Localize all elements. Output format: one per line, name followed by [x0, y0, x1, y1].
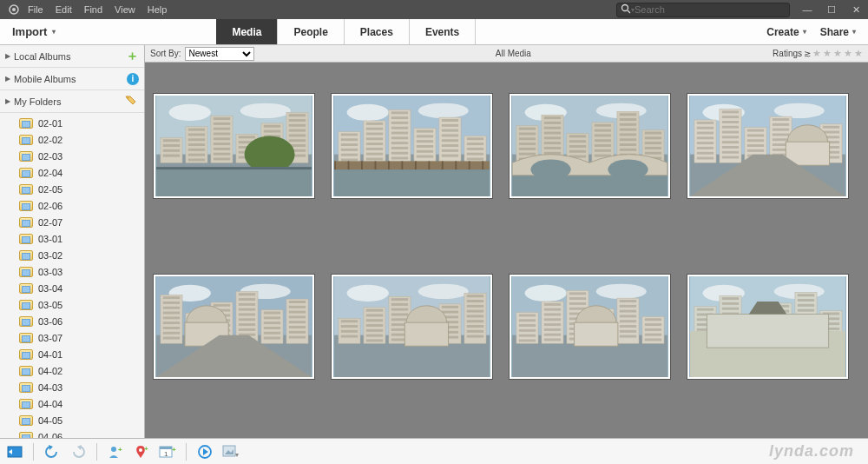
folder-item[interactable]: 04-06 — [0, 428, 144, 438]
window-close-button[interactable]: ✕ — [844, 1, 868, 18]
folder-item[interactable]: 03-01 — [0, 230, 144, 247]
folder-item[interactable]: 02-03 — [0, 148, 144, 164]
svg-rect-367 — [544, 303, 561, 306]
svg-rect-17 — [188, 138, 205, 141]
svg-rect-57 — [156, 167, 312, 196]
folder-item[interactable]: 03-05 — [0, 296, 144, 313]
folder-item[interactable]: 04-03 — [0, 379, 144, 395]
tab-events[interactable]: Events — [410, 19, 476, 44]
window-minimize-button[interactable]: — — [795, 1, 819, 18]
menu-help[interactable]: Help — [148, 4, 168, 15]
thumbnail[interactable] — [687, 275, 848, 379]
tab-places[interactable]: Places — [345, 19, 410, 44]
folder-icon — [19, 333, 33, 343]
svg-point-184 — [608, 159, 648, 179]
svg-rect-369 — [544, 314, 561, 316]
folder-item[interactable]: 03-07 — [0, 329, 144, 346]
svg-rect-348 — [467, 315, 483, 317]
add-person-icon[interactable]: + — [106, 442, 125, 461]
folder-label: 03-04 — [38, 283, 62, 294]
svg-rect-316 — [366, 329, 383, 332]
tab-people[interactable]: People — [278, 19, 344, 44]
folder-item[interactable]: 03-02 — [0, 247, 144, 263]
search-box[interactable]: ▾ — [616, 3, 790, 17]
undo-icon[interactable] — [43, 442, 62, 461]
add-place-icon[interactable]: + — [132, 442, 151, 461]
svg-rect-218 — [773, 123, 789, 126]
ratings-filter[interactable]: Ratings ≳ ★ ★ ★ ★ ★ — [773, 48, 863, 59]
thumbnail[interactable] — [687, 94, 848, 198]
import-button[interactable]: Import ▾ — [0, 19, 68, 44]
star-icon[interactable]: ★ — [833, 48, 842, 59]
photo-options-icon[interactable]: ▾ — [221, 442, 240, 461]
folder-icon — [19, 300, 33, 310]
svg-rect-397 — [620, 315, 636, 317]
star-icon[interactable]: ★ — [823, 48, 832, 59]
thumbnail[interactable] — [332, 275, 492, 379]
add-event-icon[interactable]: 1+ — [158, 442, 177, 461]
folder-item[interactable]: 03-03 — [0, 263, 144, 280]
svg-rect-295 — [289, 321, 306, 323]
svg-point-2 — [622, 5, 628, 11]
svg-rect-108 — [467, 143, 483, 145]
sortby-label: Sort By: — [150, 49, 181, 58]
thumbnail[interactable] — [510, 275, 670, 379]
menu-edit[interactable]: Edit — [56, 4, 72, 15]
svg-rect-83 — [391, 127, 408, 129]
tags-icon[interactable] — [125, 94, 139, 109]
star-icon[interactable]: ★ — [844, 48, 852, 59]
svg-rect-169 — [620, 138, 636, 141]
svg-point-473 — [139, 448, 142, 452]
svg-rect-318 — [366, 340, 383, 342]
panel-toggle-icon[interactable] — [5, 442, 24, 461]
sidebar-section-my-folders[interactable]: ▶My Folders — [0, 90, 144, 113]
star-icon[interactable]: ★ — [854, 48, 863, 59]
svg-rect-190 — [697, 122, 713, 124]
redo-icon[interactable] — [69, 442, 88, 461]
svg-rect-158 — [595, 134, 611, 136]
share-button[interactable]: Share ▾ — [820, 26, 856, 38]
svg-rect-66 — [341, 143, 358, 146]
thumbnail[interactable] — [510, 94, 670, 198]
plus-icon[interactable]: ＋ — [126, 48, 139, 64]
folder-item[interactable]: 02-06 — [0, 197, 144, 214]
window-maximize-button[interactable]: ☐ — [819, 1, 844, 18]
folder-item[interactable]: 02-04 — [0, 164, 144, 181]
sidebar-section-mobile-albums[interactable]: ▶Mobile Albums i — [0, 68, 144, 90]
svg-rect-86 — [391, 142, 408, 144]
thumbnail[interactable] — [154, 275, 314, 379]
thumbnail-grid-scroll[interactable] — [145, 63, 868, 438]
svg-rect-212 — [747, 139, 764, 142]
tab-media[interactable]: Media — [216, 19, 278, 44]
create-button[interactable]: Create ▾ — [766, 26, 806, 38]
folder-item[interactable]: 03-06 — [0, 313, 144, 329]
info-icon[interactable]: i — [127, 73, 139, 85]
folder-icon — [19, 201, 33, 211]
svg-rect-142 — [544, 127, 561, 129]
folder-item[interactable]: 02-01 — [0, 115, 144, 131]
sidebar-section-local-albums[interactable]: ▶Local Albums ＋ — [0, 45, 144, 68]
folder-item[interactable]: 02-02 — [0, 131, 144, 148]
thumbnail[interactable] — [332, 94, 492, 198]
folder-item[interactable]: 03-04 — [0, 280, 144, 296]
menu-find[interactable]: Find — [84, 4, 102, 15]
svg-rect-448 — [798, 299, 814, 302]
thumbnail[interactable] — [154, 94, 314, 198]
sortby-select[interactable]: Newest — [185, 47, 254, 61]
star-icon[interactable]: ★ — [812, 48, 821, 59]
folder-item[interactable]: 02-07 — [0, 214, 144, 230]
folder-item[interactable]: 04-05 — [0, 412, 144, 428]
folder-item[interactable]: 04-01 — [0, 346, 144, 362]
svg-rect-145 — [544, 142, 561, 144]
search-input[interactable] — [635, 4, 773, 15]
slideshow-icon[interactable] — [195, 442, 214, 461]
svg-rect-99 — [442, 124, 458, 127]
menu-view[interactable]: View — [115, 4, 135, 15]
folder-item[interactable]: 02-05 — [0, 181, 144, 197]
svg-rect-345 — [467, 300, 483, 302]
svg-rect-77 — [366, 153, 383, 156]
folder-icon — [19, 168, 33, 178]
folder-item[interactable]: 04-04 — [0, 395, 144, 412]
folder-item[interactable]: 04-02 — [0, 362, 144, 379]
menu-file[interactable]: File — [28, 4, 43, 15]
